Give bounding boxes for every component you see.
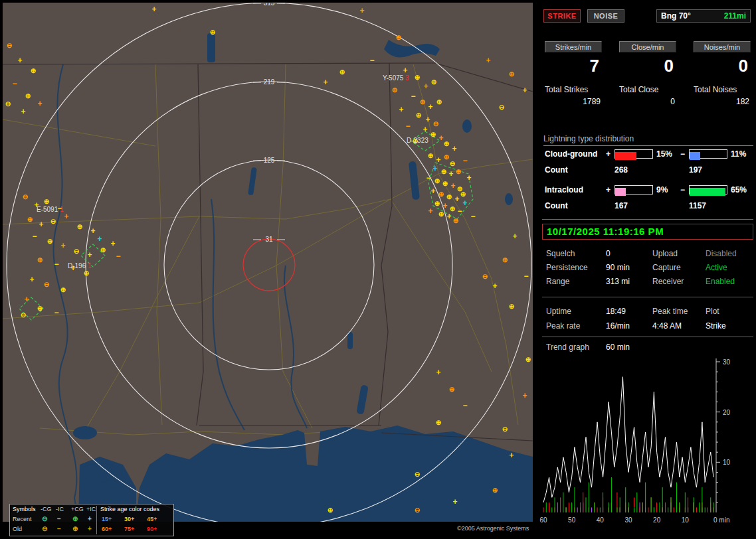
svg-text:⊕: ⊕: [438, 191, 444, 198]
rate-label-button[interactable]: Noises/min: [694, 41, 751, 52]
status-row: Uptime18:49Peak timePlot: [539, 307, 756, 320]
minus-sign: −: [680, 149, 685, 159]
svg-text:⊕: ⊕: [441, 168, 446, 175]
svg-text:⊕: ⊕: [444, 153, 449, 161]
svg-text:⊕: ⊕: [434, 177, 440, 185]
svg-text:+: +: [423, 82, 428, 91]
svg-text:+: +: [462, 198, 467, 208]
svg-text:+: +: [436, 155, 440, 165]
svg-text:+: +: [359, 6, 364, 15]
svg-text:+: +: [399, 105, 403, 114]
lightning-map[interactable]: ⊕+⊕−⊕+⊕⊕+⊖+⊕+⊕−⊕++⊕+⊕+⊕⊖+⊕+⊕−⊕⊕+⊕+⊕⊕+⊕⊕+…: [0, 0, 535, 539]
rate-label-button[interactable]: Close/min: [619, 41, 676, 52]
svg-text:−: −: [457, 206, 462, 216]
sidebar-panel: STRIKE NOISE Bng 70° 211mi Strikes/min7T…: [539, 0, 756, 539]
svg-text:⊕: ⊕: [456, 168, 461, 175]
svg-text:⊕: ⊕: [31, 67, 36, 74]
svg-text:⊕: ⊕: [431, 78, 436, 86]
setting-label: Persistence: [546, 263, 588, 272]
legend-age-code: 45+: [147, 516, 157, 523]
status-cell: Plot: [706, 307, 719, 316]
svg-text:−: −: [54, 260, 58, 269]
svg-text:50: 50: [568, 516, 576, 524]
svg-text:+: +: [64, 212, 68, 221]
svg-text:+: +: [151, 5, 156, 14]
stat-column: Strikes/min7Total Strikes1789: [545, 41, 602, 108]
plus-bar: [614, 149, 653, 159]
bearing-label: Bng 70°: [661, 10, 691, 22]
map-canvas[interactable]: ⊕+⊕−⊕+⊕⊕+⊖+⊕+⊕−⊕++⊕+⊕+⊕⊖+⊕+⊕−⊕⊕+⊕+⊕⊕+⊕⊕+…: [0, 0, 535, 524]
stat-column: Close/min0Total Close0: [619, 41, 676, 108]
svg-text:⊕: ⊕: [37, 256, 43, 264]
plus-sign: +: [606, 149, 611, 159]
svg-text:⊕: ⊕: [509, 303, 514, 310]
svg-text:⊕: ⊕: [434, 200, 440, 207]
svg-text:⊕: ⊕: [460, 191, 466, 198]
status-cell: Uptime: [546, 307, 571, 316]
noise-toggle-button[interactable]: NOISE: [587, 9, 624, 23]
status-cell: Peak rate: [546, 321, 580, 331]
settings-row: Range313 miReceiverEnabled: [539, 277, 756, 290]
legend-age-code: 60+: [102, 526, 112, 533]
svg-text:⊕: ⊕: [415, 74, 420, 81]
svg-text:−: −: [116, 252, 120, 261]
svg-text:−: −: [470, 212, 475, 221]
svg-text:⊕: ⊕: [492, 487, 498, 494]
svg-text:⊖: ⊖: [415, 471, 420, 478]
svg-text:+: +: [512, 232, 517, 241]
svg-text:⊕: ⊕: [420, 98, 425, 106]
trend-graph-window: 60 min: [606, 343, 630, 352]
svg-text:⊕: ⊕: [442, 180, 448, 187]
svg-text:⊕: ⊕: [502, 256, 508, 264]
svg-text:+: +: [450, 181, 455, 191]
status-cell: 16/min: [606, 321, 630, 331]
legend-symbol-glyph: +: [88, 515, 92, 522]
svg-text:⊕: ⊕: [444, 140, 449, 147]
svg-text:+: +: [522, 86, 527, 95]
distribution-title: Lightning type distribution: [543, 134, 753, 146]
total-label: Total Noises: [694, 85, 737, 94]
distribution-rows: Cloud-ground + 15% − 11% Count 268 197 I…: [539, 147, 756, 219]
svg-text:+: +: [466, 173, 471, 183]
strike-toggle-button[interactable]: STRIKE: [543, 9, 581, 23]
trend-graph-label: Trend graph: [546, 343, 589, 352]
legend-age-code: 15+: [102, 516, 112, 523]
rate-value: 0: [739, 56, 748, 76]
rate-value: 7: [590, 56, 599, 76]
setting-value: 313 mi: [606, 277, 630, 286]
status-cell: Strike: [706, 321, 726, 331]
plus-sign: +: [606, 185, 611, 194]
minus-bar: [689, 185, 727, 194]
svg-text:⊕: ⊕: [428, 152, 433, 159]
svg-text:219: 219: [264, 78, 275, 86]
rate-label-button[interactable]: Strikes/min: [545, 41, 602, 52]
svg-text:+: +: [323, 78, 328, 87]
svg-text:+: +: [428, 102, 432, 112]
status-row: Peak rate16/min4:48 AMStrike: [539, 321, 756, 335]
svg-text:10: 10: [682, 516, 690, 524]
legend-col-header: -IC: [56, 506, 64, 513]
legend-col-header: +IC: [86, 506, 96, 513]
svg-text:⊖: ⊖: [415, 506, 420, 514]
svg-text:+: +: [446, 212, 451, 221]
svg-text:+: +: [423, 125, 427, 134]
svg-text:+: +: [87, 250, 92, 260]
trend-graph-row: Trend graph 60 min: [539, 343, 756, 354]
svg-text:−: −: [12, 79, 17, 88]
total-value: 0: [670, 97, 675, 106]
svg-text:⊖: ⊖: [482, 273, 488, 280]
legend-symbol-glyph: +: [88, 525, 92, 532]
svg-text:⊖: ⊖: [23, 193, 28, 200]
distribution-label: Cloud-ground: [545, 149, 597, 159]
plus-count: 268: [614, 165, 628, 175]
svg-text:+: +: [448, 169, 453, 179]
divider: [542, 297, 753, 297]
svg-text:⊕: ⊕: [37, 305, 43, 312]
svg-text:⊖: ⊖: [50, 218, 56, 225]
minus-count: 1157: [689, 201, 706, 210]
setting-status: Active: [706, 263, 727, 272]
svg-text:D-196 1: D-196 1: [68, 262, 92, 270]
svg-text:10: 10: [723, 459, 731, 466]
distance-value: 211mi: [724, 10, 746, 22]
svg-text:⊕: ⊕: [438, 210, 444, 218]
